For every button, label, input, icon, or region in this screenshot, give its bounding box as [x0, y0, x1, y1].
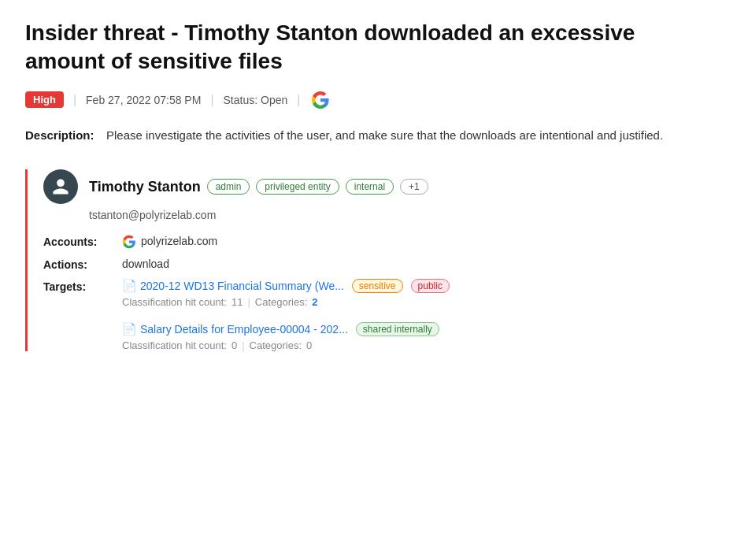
- description-section: Description: Please investigate the acti…: [25, 127, 712, 145]
- entity-name: Timothy Stanton: [89, 179, 201, 195]
- target-link-1[interactable]: 📄 2020-12 WD13 Financial Summary (We...: [122, 279, 344, 293]
- actions-value: download: [122, 257, 712, 271]
- target-item-2: 📄 Salary Details for Employee-00004 - 20…: [122, 322, 450, 351]
- meta-sep-2: |: [242, 339, 244, 351]
- classification-label-2: Classification hit count:: [122, 339, 227, 351]
- target-title-row-2: 📄 Salary Details for Employee-00004 - 20…: [122, 322, 450, 336]
- entity-inner: Timothy Stanton admin privileged entity …: [28, 169, 712, 350]
- tag-sensitive-1: sensitive: [352, 279, 403, 293]
- entity-email: tstanton@polyrizelab.com: [89, 209, 712, 221]
- entity-section: Timothy Stanton admin privileged entity …: [25, 169, 712, 350]
- tag-public-1: public: [411, 279, 450, 293]
- google-logo-icon: [309, 89, 331, 111]
- entity-name-tags: Timothy Stanton admin privileged entity …: [89, 179, 428, 195]
- target-filename-2: Salary Details for Employee-00004 - 202.…: [140, 323, 348, 336]
- tag-internal: internal: [346, 179, 394, 195]
- accounts-value: polyrizelab.com: [122, 234, 712, 248]
- target-item-1: 📄 2020-12 WD13 Financial Summary (We... …: [122, 279, 450, 308]
- targets-value: 📄 2020-12 WD13 Financial Summary (We... …: [122, 279, 712, 351]
- details-grid: Accounts: polyrizelab.com Actions: downl…: [43, 234, 712, 350]
- target-meta-1: Classification hit count: 11 | Categorie…: [122, 296, 450, 308]
- accounts-label: Accounts:: [43, 234, 122, 248]
- tag-privileged-entity: privileged entity: [256, 179, 339, 195]
- categories-label-1: Categories:: [255, 296, 307, 308]
- classification-label-1: Classification hit count:: [122, 296, 227, 308]
- account-domain: polyrizelab.com: [141, 235, 217, 247]
- entity-header: Timothy Stanton admin privileged entity …: [43, 169, 712, 204]
- avatar: [43, 169, 78, 204]
- file-icon-2: 📄: [122, 322, 137, 336]
- entity-name-tags-group: Timothy Stanton admin privileged entity …: [89, 179, 428, 195]
- incident-date: Feb 27, 2022 07:58 PM: [86, 94, 201, 106]
- separator-2: |: [210, 93, 213, 107]
- google-accounts-icon: [122, 234, 136, 248]
- target-meta-2: Classification hit count: 0 | Categories…: [122, 339, 450, 351]
- target-title-row-1: 📄 2020-12 WD13 Financial Summary (We... …: [122, 279, 450, 293]
- description-text: Please investigate the activities of the…: [106, 127, 663, 145]
- categories-count-1: 2: [312, 296, 317, 308]
- incident-status: Status: Open: [224, 94, 288, 106]
- tag-more: +1: [400, 179, 428, 195]
- separator-1: |: [73, 93, 76, 107]
- description-label: Description:: [25, 127, 100, 145]
- tag-admin: admin: [207, 179, 250, 195]
- categories-label-2: Categories:: [250, 339, 302, 351]
- categories-count-2: 0: [306, 339, 312, 351]
- page-title: Insider threat - Timothy Stanton downloa…: [25, 19, 712, 76]
- actions-label: Actions:: [43, 257, 122, 271]
- tag-shared-internally-2: shared internally: [356, 322, 439, 336]
- classification-count-2: 0: [231, 339, 237, 351]
- classification-count-1: 11: [231, 296, 243, 308]
- file-icon-1: 📄: [122, 279, 137, 293]
- severity-badge: High: [25, 91, 64, 108]
- targets-list: 📄 2020-12 WD13 Financial Summary (We... …: [122, 279, 450, 351]
- separator-3: |: [297, 93, 300, 107]
- target-link-2[interactable]: 📄 Salary Details for Employee-00004 - 20…: [122, 322, 348, 336]
- target-filename-1: 2020-12 WD13 Financial Summary (We...: [140, 280, 344, 292]
- meta-sep-1: |: [247, 296, 250, 308]
- targets-label: Targets:: [43, 279, 122, 351]
- meta-row: High | Feb 27, 2022 07:58 PM | Status: O…: [25, 89, 712, 111]
